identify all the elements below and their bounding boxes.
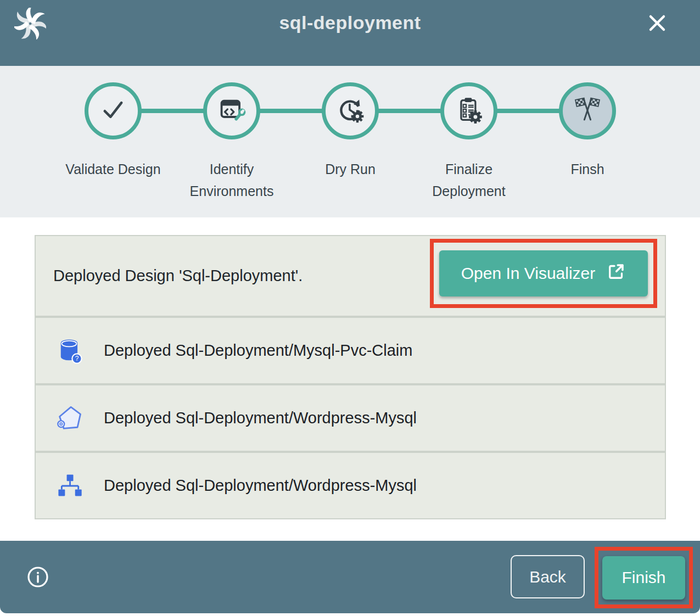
external-link-icon	[606, 262, 626, 285]
dialog-footer: Back Finish	[0, 541, 700, 613]
step-identify-environments: Identify Environments	[172, 82, 291, 202]
step-finalize-deployment: Finalize Deployment	[410, 82, 528, 202]
pod-icon: ?	[55, 404, 84, 433]
dialog-title: sql-deployment	[0, 12, 700, 33]
step-label: Identify Environments	[172, 158, 291, 202]
checkmark-icon	[98, 94, 128, 127]
dialog-titlebar: sql-deployment	[0, 0, 700, 66]
deployed-resource-row: ? Deployed Sql-Deployment/Mysql-Pvc-Clai…	[36, 318, 665, 383]
resource-status-text: Deployed Sql-Deployment/Wordpress-Mysql	[104, 409, 417, 427]
deployment-results-list: Deployed Design 'Sql-Deployment'. Open I…	[35, 235, 666, 519]
step-circle	[440, 82, 497, 139]
dry-run-icon	[336, 96, 365, 126]
step-label: Finsh	[570, 158, 604, 180]
code-config-icon	[217, 96, 246, 126]
finalize-checklist-icon	[455, 96, 483, 126]
step-finish: Finsh	[528, 82, 647, 202]
close-button[interactable]	[646, 12, 668, 34]
resource-status-text: Deployed Sql-Deployment/Mysql-Pvc-Claim	[104, 341, 412, 360]
deployed-resource-row: ? Deployed Sql-Deployment/Wordpress-Mysq…	[36, 453, 665, 518]
open-in-visualizer-label: Open In Visualizer	[461, 264, 596, 283]
step-circle	[85, 82, 142, 139]
step-circle	[203, 82, 260, 139]
annotation-highlight-finish: Finish	[595, 547, 693, 608]
step-label: Finalize Deployment	[410, 158, 528, 202]
open-in-visualizer-button[interactable]: Open In Visualizer	[439, 250, 648, 296]
resource-status-text: Deployed Sql-Deployment/Wordpress-Mysql	[104, 477, 417, 495]
persistent-volume-claim-icon: ?	[55, 337, 84, 365]
svg-text:?: ?	[75, 355, 79, 362]
step-label: Dry Run	[325, 158, 376, 180]
step-circle	[559, 82, 616, 139]
back-button[interactable]: Back	[511, 555, 585, 598]
step-validate-design: Validate Design	[54, 82, 172, 202]
wizard-stepper: Validate Design	[0, 66, 700, 217]
deployment-icon: ?	[55, 472, 84, 500]
finish-flags-icon	[573, 95, 602, 127]
deployed-design-text: Deployed Design 'Sql-Deployment'.	[53, 267, 303, 285]
info-button[interactable]	[26, 565, 49, 589]
deployed-design-row: Deployed Design 'Sql-Deployment'. Open I…	[36, 236, 665, 316]
deployment-dialog: sql-deployment Validate Design	[0, 0, 700, 616]
close-icon	[646, 27, 668, 36]
step-dry-run: Dry Run	[291, 82, 410, 202]
step-label: Validate Design	[65, 158, 160, 180]
annotation-highlight-visualizer: Open In Visualizer	[430, 239, 657, 308]
deployed-resource-row: ? Deployed Sql-Deployment/Wordpress-Mysq…	[36, 385, 665, 451]
finish-button[interactable]: Finish	[602, 556, 685, 600]
info-icon	[26, 582, 49, 590]
step-circle	[322, 82, 379, 139]
